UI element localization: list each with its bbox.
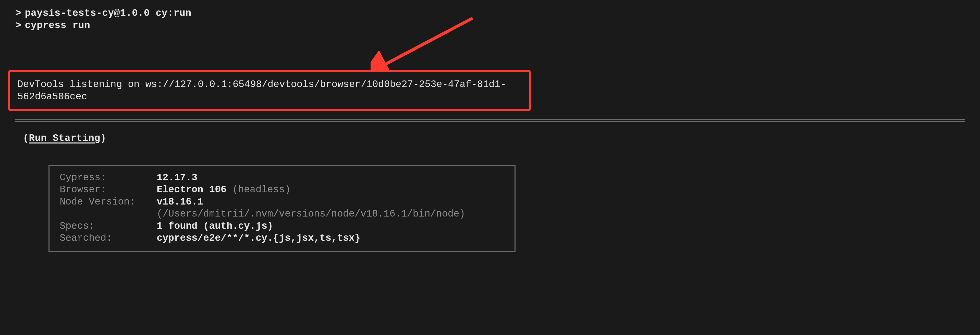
terminal-output: >paysis-tests-cy@1.0.0 cy:run >cypress r… [0, 0, 980, 267]
info-label: Browser: [60, 183, 157, 196]
prompt-caret-icon: > [15, 20, 21, 31]
info-row-cypress: Cypress: 12.17.3 [60, 172, 504, 184]
info-label: Specs: [60, 220, 157, 232]
paren-close: ) [100, 133, 106, 144]
info-row-node: Node Version: v18.16.1 (/Users/dmitrii/.… [60, 196, 504, 220]
run-info-box: Cypress: 12.17.3 Browser: Electron 106 (… [48, 165, 515, 252]
info-value: Electron 106 [157, 184, 227, 195]
command-line-2: >cypress run [15, 19, 965, 32]
info-value: 1 found (auth.cy.js) [157, 220, 273, 232]
info-label: Searched: [60, 232, 157, 244]
info-dim: (headless) [227, 184, 291, 195]
run-starting-heading: (Run Starting) [15, 132, 965, 145]
paren-open: ( [23, 133, 29, 144]
info-value: 12.17.3 [157, 172, 197, 184]
run-starting-text: Run Starting [29, 133, 100, 144]
prompt-caret-icon: > [15, 8, 21, 19]
info-row-searched: Searched: cypress/e2e/**/*.cy.{js,jsx,ts… [60, 232, 504, 244]
info-value: cypress/e2e/**/*.cy.{js,jsx,ts,tsx} [157, 232, 360, 244]
command-line-1: >paysis-tests-cy@1.0.0 cy:run [15, 7, 965, 19]
command-text-1: paysis-tests-cy@1.0.0 cy:run [25, 8, 191, 19]
info-dim: (/Users/dmitrii/.nvm/versions/node/v18.1… [157, 208, 465, 219]
devtools-url-text: DevTools listening on ws://127.0.0.1:654… [18, 79, 506, 102]
info-value: v18.16.1 [157, 196, 203, 207]
command-text-2: cypress run [25, 20, 90, 31]
info-row-browser: Browser: Electron 106 (headless) [60, 183, 504, 196]
devtools-highlight-box: DevTools listening on ws://127.0.0.1:654… [8, 70, 531, 111]
info-label: Cypress: [60, 172, 157, 184]
horizontal-rule [15, 119, 965, 122]
info-row-specs: Specs: 1 found (auth.cy.js) [60, 220, 504, 232]
info-label: Node Version: [60, 196, 157, 220]
